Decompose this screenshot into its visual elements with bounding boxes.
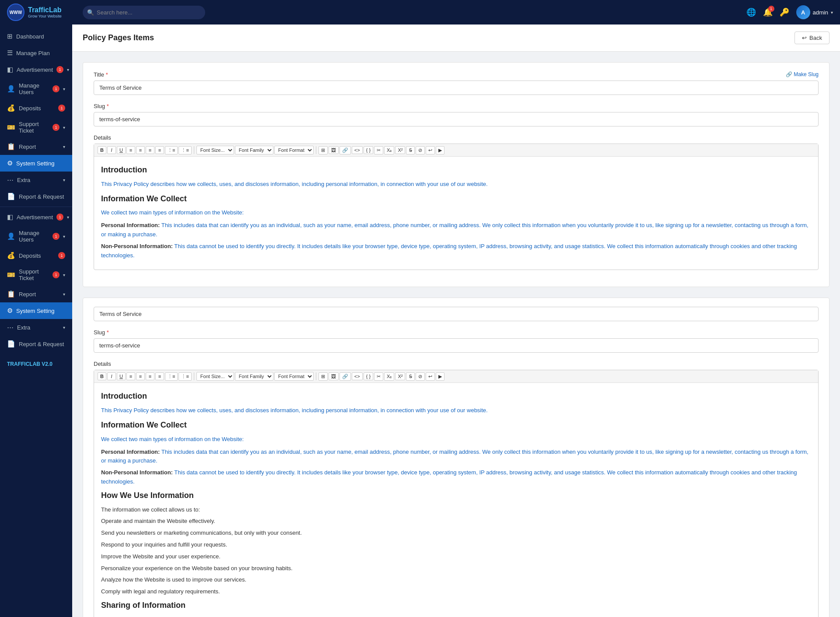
media-button[interactable]: ▶ — [436, 146, 444, 154]
search-input[interactable] — [83, 6, 205, 19]
sidebar-item-advertisement2[interactable]: ◧ Advertisement 1 ▾ — [0, 209, 72, 225]
make-slug-link[interactable]: 🔗 Make Slug — [786, 71, 819, 77]
list-unordered-button[interactable]: ⋮≡ — [165, 146, 178, 154]
list-ordered-button-2[interactable]: ⋮≡ — [178, 372, 191, 381]
align-justify-button-2[interactable]: ≡ — [155, 372, 164, 380]
image-button[interactable]: 🖼 — [329, 146, 339, 154]
table-button[interactable]: ⊞ — [318, 146, 328, 154]
advertisement-badge: 1 — [56, 214, 63, 221]
align-right-button-2[interactable]: ≡ — [146, 372, 154, 380]
globe-icon[interactable]: 🌐 — [746, 7, 756, 17]
code-button[interactable]: { } — [364, 146, 373, 154]
html-button-2[interactable]: <> — [352, 372, 363, 380]
sidebar-item-report-request2[interactable]: 📄 Report & Request — [0, 336, 72, 352]
font-family-select[interactable]: Font Family — [235, 146, 273, 154]
align-right-button[interactable]: ≡ — [146, 146, 154, 154]
code-button-2[interactable]: { } — [364, 372, 373, 380]
back-button[interactable]: ↩ Back — [794, 32, 830, 44]
sidebar-item-label: System Setting — [16, 160, 65, 167]
sidebar-item-deposits2[interactable]: 💰 Deposits 1 — [0, 247, 72, 264]
italic-button-2[interactable]: I — [107, 372, 116, 380]
font-format-select[interactable]: Font Format — [274, 146, 314, 154]
howweuse-intro: The information we collect allows us to: — [101, 505, 811, 515]
font-size-select-2[interactable]: Font Size... — [196, 372, 234, 381]
html-button[interactable]: <> — [352, 146, 363, 154]
title-input-2[interactable] — [94, 307, 819, 321]
title-input[interactable] — [94, 81, 819, 95]
slug-input[interactable] — [94, 112, 819, 126]
sidebar-item-manage-users[interactable]: 👤 Manage Users 1 ▾ — [0, 78, 72, 100]
align-center-button-2[interactable]: ≡ — [136, 372, 145, 380]
deposits-badge: 1 — [58, 252, 65, 259]
align-justify-button[interactable]: ≡ — [155, 146, 164, 154]
sidebar-item-extra[interactable]: ⋯ Extra ▾ — [0, 172, 72, 188]
chevron-down-icon: ▾ — [63, 144, 65, 149]
topnav-right: 🌐 🔔 1 🔑 A admin ▾ — [746, 5, 833, 19]
align-center-button[interactable]: ≡ — [136, 146, 145, 154]
title-field-group: Title * 🔗 Make Slug — [94, 71, 819, 95]
search-icon: 🔍 — [87, 9, 94, 16]
clear-format-button-2[interactable]: ⊘ — [416, 372, 425, 381]
media-button-2[interactable]: ▶ — [436, 372, 444, 381]
sidebar-item-report2[interactable]: 📋 Report ▾ — [0, 286, 72, 302]
clear-format-button[interactable]: ⊘ — [416, 146, 425, 154]
table-button-2[interactable]: ⊞ — [318, 372, 328, 381]
slug-field-group-2: Slug * — [94, 329, 819, 353]
sidebar-item-report[interactable]: 📋 Report ▾ — [0, 138, 72, 155]
list-ordered-button[interactable]: ⋮≡ — [178, 146, 191, 154]
underline-button-2[interactable]: U — [117, 372, 126, 380]
sidebar-item-system-setting[interactable]: ⚙ System Setting — [0, 155, 72, 172]
bold-button-2[interactable]: B — [98, 372, 106, 380]
sidebar-item-report-request[interactable]: 📄 Report & Request — [0, 188, 72, 205]
cut-button-2[interactable]: ✂ — [374, 372, 383, 381]
page-header: Policy Pages Items ↩ Back — [72, 25, 840, 52]
sidebar-item-support-ticket2[interactable]: 🎫 Support Ticket 1 ▾ — [0, 264, 72, 286]
font-family-select-2[interactable]: Font Family — [235, 372, 273, 381]
align-left-button[interactable]: ≡ — [126, 146, 135, 154]
details-field-group: Details B I U ≡ ≡ ≡ ≡ ⋮≡ ⋮≡ — [94, 134, 819, 270]
sidebar-item-extra2[interactable]: ⋯ Extra ▾ — [0, 319, 72, 336]
superscript-button-2[interactable]: X² — [395, 372, 405, 380]
font-format-select-2[interactable]: Font Format — [274, 372, 314, 381]
sidebar-item-manage-users2[interactable]: 👤 Manage Users 1 ▾ — [0, 225, 72, 247]
sidebar-item-dashboard[interactable]: ⊞ Dashboard — [0, 28, 72, 45]
undo-button[interactable]: ↩ — [426, 146, 435, 154]
personal-info-1: Personal Information: This includes data… — [101, 221, 811, 239]
subscript-button-2[interactable]: X₂ — [384, 372, 394, 381]
slug-input-2[interactable] — [94, 338, 819, 353]
link-button-2[interactable]: 🔗 — [340, 372, 351, 381]
sidebar-item-advertisement[interactable]: ◧ Advertisement 1 ▾ — [0, 61, 72, 78]
intro-heading-2: Introduction — [101, 390, 811, 403]
list-item: Improve the Website and your user experi… — [101, 552, 811, 561]
strikethrough-button[interactable]: S̶ — [406, 146, 415, 154]
page-title: Policy Pages Items — [83, 33, 154, 42]
cut-button[interactable]: ✂ — [374, 146, 383, 154]
logo-icon: WWW — [7, 4, 24, 21]
search-bar[interactable]: 🔍 — [83, 6, 205, 19]
editor-toolbar-1: B I U ≡ ≡ ≡ ≡ ⋮≡ ⋮≡ Font Size... — [94, 144, 818, 157]
strikethrough-button-2[interactable]: S̶ — [406, 372, 415, 381]
superscript-button[interactable]: X² — [395, 146, 405, 154]
sidebar-item-label: Advertisement — [17, 214, 53, 221]
underline-button[interactable]: U — [117, 146, 126, 154]
align-left-button-2[interactable]: ≡ — [126, 372, 135, 380]
bold-button[interactable]: B — [98, 146, 106, 154]
sidebar-item-system-setting2[interactable]: ⚙ System Setting — [0, 302, 72, 319]
sidebar-item-deposits[interactable]: 💰 Deposits 1 — [0, 100, 72, 116]
editor-content-1[interactable]: Introduction This Privacy Policy describ… — [94, 157, 818, 270]
editor-content-2[interactable]: Introduction This Privacy Policy describ… — [94, 383, 818, 617]
notification-icon[interactable]: 🔔 1 — [763, 7, 773, 17]
nonpersonal-info-2: Non-Personal Information: This data cann… — [101, 468, 811, 487]
link-button[interactable]: 🔗 — [340, 146, 351, 154]
user-area[interactable]: A admin ▾ — [796, 5, 833, 19]
sidebar-item-manage-plan[interactable]: ☰ Manage Plan — [0, 45, 72, 61]
subscript-button[interactable]: X₂ — [384, 146, 394, 154]
font-size-select[interactable]: Font Size... — [196, 146, 234, 154]
italic-button[interactable]: I — [107, 146, 116, 154]
undo-button-2[interactable]: ↩ — [426, 372, 435, 381]
deposits-icon: 💰 — [7, 252, 15, 259]
list-unordered-button-2[interactable]: ⋮≡ — [165, 372, 178, 381]
key-icon[interactable]: 🔑 — [780, 7, 789, 17]
image-button-2[interactable]: 🖼 — [329, 372, 339, 380]
sidebar-item-support-ticket[interactable]: 🎫 Support Ticket 1 ▾ — [0, 116, 72, 138]
